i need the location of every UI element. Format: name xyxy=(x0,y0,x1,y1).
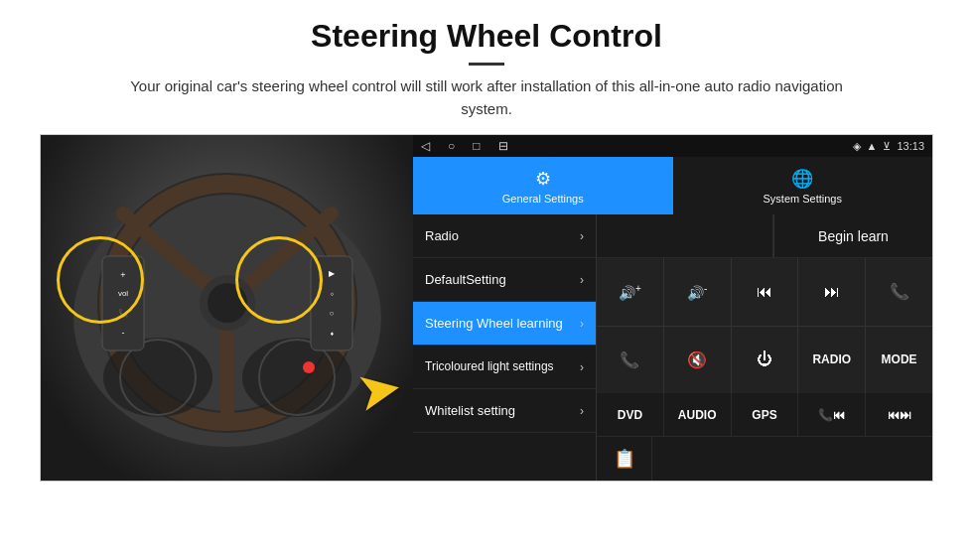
radio-btn[interactable]: RADIO xyxy=(798,327,865,394)
begin-learn-label: Begin learn xyxy=(818,228,889,244)
menu-arrow-tricoloured: › xyxy=(580,360,584,374)
main-content: Radio › DefaultSetting › Steering Wheel … xyxy=(413,214,932,481)
menu-item-default[interactable]: DefaultSetting › xyxy=(413,258,596,302)
mode-btn[interactable]: MODE xyxy=(866,327,932,394)
right-panel: Begin learn 🔊+ 🔊- ⏮ xyxy=(597,214,932,481)
svg-text:-: - xyxy=(121,328,124,338)
svg-text:⬦: ⬦ xyxy=(329,289,334,298)
general-settings-icon: ⚙ xyxy=(535,168,551,190)
page-container: Steering Wheel Control Your original car… xyxy=(0,0,973,491)
left-menu: Radio › DefaultSetting › Steering Wheel … xyxy=(413,214,597,481)
gps-btn[interactable]: GPS xyxy=(732,393,799,436)
tab-general[interactable]: ⚙ General Settings xyxy=(413,157,673,214)
power-btn[interactable]: ⏻ xyxy=(732,327,798,394)
radio-label: RADIO xyxy=(812,352,851,366)
status-icons: ◈ ▲ ⊻ 13:13 xyxy=(853,140,924,153)
tab-general-label: General Settings xyxy=(502,193,584,205)
status-bar: ◁ ○ □ ⊟ ◈ ▲ ⊻ 13:13 xyxy=(413,135,932,157)
extra-icon-row: 📋 xyxy=(597,437,932,481)
time-display: 13:13 xyxy=(897,140,924,152)
menu-arrow-default: › xyxy=(580,273,584,287)
power-icon: ⏻ xyxy=(757,350,772,368)
menu-item-radio[interactable]: Radio › xyxy=(413,214,596,258)
begin-learn-button[interactable]: Begin learn xyxy=(773,214,932,257)
prev-next-btn[interactable]: ⏮⏭ xyxy=(866,393,932,436)
top-empty-area xyxy=(597,214,773,257)
phone-prev-icon: 📞⏮ xyxy=(818,408,845,422)
top-row: Begin learn xyxy=(597,214,932,258)
car-image: + vol 📞 - ▶ ⬦ ○ ⬧ ➤ xyxy=(41,135,413,481)
svg-text:⬧: ⬧ xyxy=(329,329,334,338)
tab-bar: ⚙ General Settings 🌐 System Settings xyxy=(413,157,932,214)
list-icon: 📋 xyxy=(614,448,635,470)
subtitle: Your original car's steering wheel contr… xyxy=(109,75,864,120)
mute-icon: 🔇 xyxy=(687,350,707,369)
vol-up-icon: 🔊+ xyxy=(619,283,641,301)
prev-next-icon: ⏮⏭ xyxy=(888,408,911,422)
tab-system-label: System Settings xyxy=(764,193,842,205)
menu-item-whitelist[interactable]: Whitelist setting › xyxy=(413,389,596,433)
location-icon: ◈ xyxy=(853,140,861,153)
vol-up-btn[interactable]: 🔊+ xyxy=(597,258,663,326)
menu-radio-label: Radio xyxy=(425,228,459,243)
gps-label: GPS xyxy=(752,408,776,422)
list-icon-btn[interactable]: 📋 xyxy=(597,437,652,481)
control-button-grid: 🔊+ 🔊- ⏮ ⏭ 📞 xyxy=(597,258,932,393)
highlight-circle-left xyxy=(57,236,144,324)
mute-btn[interactable]: 🔇 xyxy=(664,327,731,394)
tab-system[interactable]: 🌐 System Settings xyxy=(673,157,933,214)
menu-whitelist-label: Whitelist setting xyxy=(425,403,515,418)
header-section: Steering Wheel Control Your original car… xyxy=(40,18,933,120)
phone-icon: 📞 xyxy=(890,282,909,301)
recents-nav-btn[interactable]: □ xyxy=(473,139,480,153)
answer-call-icon: 📞 xyxy=(620,350,639,369)
svg-text:▶: ▶ xyxy=(329,269,336,278)
android-ui: ◁ ○ □ ⊟ ◈ ▲ ⊻ 13:13 ⚙ General Settings xyxy=(413,135,932,481)
car-image-side: + vol 📞 - ▶ ⬦ ○ ⬧ ➤ xyxy=(41,135,413,481)
menu-default-label: DefaultSetting xyxy=(425,272,506,287)
prev-track-btn[interactable]: ⏮ xyxy=(732,258,798,326)
vol-down-icon: 🔊- xyxy=(687,283,707,301)
dvd-label: DVD xyxy=(618,408,642,422)
nav-buttons: ◁ ○ □ ⊟ xyxy=(421,139,508,153)
menu-item-tricoloured[interactable]: Tricoloured light settings › xyxy=(413,346,596,389)
answer-call-btn[interactable]: 📞 xyxy=(597,327,663,394)
audio-btn[interactable]: AUDIO xyxy=(664,393,732,436)
menu-arrow-radio: › xyxy=(580,229,584,243)
next-track-icon: ⏭ xyxy=(824,283,840,301)
menu-item-steering[interactable]: Steering Wheel learning › xyxy=(413,302,596,346)
wifi-icon: ⊻ xyxy=(883,140,891,153)
phone-prev-btn[interactable]: 📞⏮ xyxy=(798,393,866,436)
back-nav-btn[interactable]: ◁ xyxy=(421,139,430,153)
svg-point-12 xyxy=(303,361,315,373)
svg-text:○: ○ xyxy=(329,309,334,318)
content-area: + vol 📞 - ▶ ⬦ ○ ⬧ ➤ xyxy=(40,134,933,482)
highlight-circle-right xyxy=(235,236,323,324)
title-divider xyxy=(469,63,504,66)
prev-track-icon: ⏮ xyxy=(757,283,772,301)
system-settings-icon: 🌐 xyxy=(791,168,813,190)
vol-down-btn[interactable]: 🔊- xyxy=(664,258,731,326)
home-nav-btn[interactable]: ○ xyxy=(448,139,455,153)
signal-icon: ▲ xyxy=(867,140,878,152)
menu-arrow-steering: › xyxy=(580,317,584,331)
mode-label: MODE xyxy=(882,352,917,366)
menu-steering-label: Steering Wheel learning xyxy=(425,316,563,331)
audio-label: AUDIO xyxy=(678,408,717,422)
bottom-buttons-row: DVD AUDIO GPS 📞⏮ ⏮⏭ xyxy=(597,393,932,437)
page-title: Steering Wheel Control xyxy=(40,18,933,55)
phone-btn[interactable]: 📞 xyxy=(866,258,932,326)
dvd-btn[interactable]: DVD xyxy=(597,393,664,436)
menu-nav-btn[interactable]: ⊟ xyxy=(498,139,508,153)
next-track-btn[interactable]: ⏭ xyxy=(798,258,865,326)
menu-arrow-whitelist: › xyxy=(580,404,584,418)
menu-tricoloured-label: Tricoloured light settings xyxy=(425,359,554,375)
